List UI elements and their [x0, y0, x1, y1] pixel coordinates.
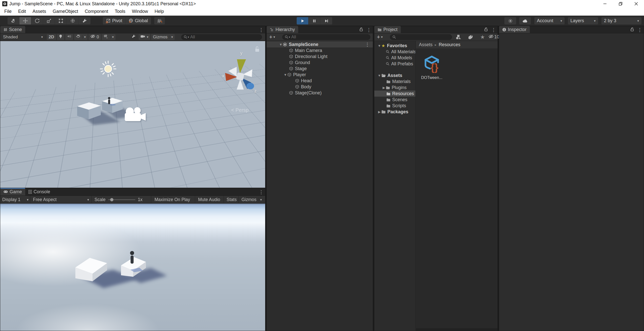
hierarchy-item[interactable]: Stage(Clone): [267, 90, 373, 96]
menu-tools[interactable]: Tools: [111, 8, 129, 15]
search-by-type-icon[interactable]: [455, 34, 462, 41]
scene-effects-dropdown[interactable]: ▾: [74, 34, 88, 40]
breadcrumb-root[interactable]: Assets: [419, 42, 433, 47]
minimize-button[interactable]: [597, 0, 613, 8]
menu-component[interactable]: Component: [81, 8, 111, 15]
step-button[interactable]: [320, 17, 332, 24]
foldout-arrow-icon[interactable]: ▼: [377, 44, 381, 48]
hand-tool-button[interactable]: [8, 17, 19, 24]
foldout-arrow-icon[interactable]: ▼: [283, 73, 287, 77]
axis-y-label[interactable]: y: [240, 51, 242, 56]
unlock-icon[interactable]: [630, 27, 634, 32]
scale-tool-button[interactable]: [43, 17, 55, 24]
menu-file[interactable]: File: [1, 8, 15, 15]
hierarchy-item[interactable]: Main Camera: [267, 47, 373, 53]
custom-tool-button[interactable]: [79, 17, 90, 24]
layout-dropdown[interactable]: 2 by 3▾: [601, 17, 641, 24]
project-tree-packages[interactable]: ▶Packages: [374, 109, 415, 115]
project-tree-item[interactable]: All Materials: [374, 49, 415, 55]
unity-cloud-icon[interactable]: [519, 17, 531, 24]
chevron-down-icon[interactable]: ▾: [381, 35, 383, 39]
axis-x-label[interactable]: x: [222, 73, 224, 79]
menu-edit[interactable]: Edit: [15, 8, 29, 15]
game-viewport[interactable]: [0, 204, 265, 331]
scene-grid-dropdown[interactable]: y ▾: [102, 34, 116, 40]
tab-game[interactable]: Game: [0, 188, 25, 196]
scene-menu-icon[interactable]: ⋮: [259, 27, 264, 32]
hierarchy-item[interactable]: Directional Light: [267, 53, 373, 60]
foldout-arrow-icon[interactable]: ▶: [382, 86, 386, 90]
game-gizmos-dropdown[interactable]: Gizmos▾: [241, 196, 262, 203]
hierarchy-search[interactable]: ▾: [282, 34, 370, 40]
tab-scene[interactable]: Scene: [0, 26, 25, 33]
scene-camera-dropdown[interactable]: ▾: [139, 34, 150, 40]
tab-hierarchy[interactable]: Hierarchy: [267, 26, 298, 33]
scale-slider[interactable]: [108, 199, 135, 200]
background-tasks-icon[interactable]: [504, 17, 516, 24]
restore-button[interactable]: [613, 0, 628, 8]
global-toggle-button[interactable]: Global: [126, 17, 151, 24]
menu-window[interactable]: Window: [129, 8, 151, 15]
project-tree-item[interactable]: ▶Plugins: [374, 85, 415, 91]
account-dropdown[interactable]: Account▾: [534, 17, 565, 24]
scene-audio-toggle[interactable]: [65, 34, 73, 40]
hierarchy-menu-icon[interactable]: ⋮: [366, 27, 371, 32]
maximize-on-play-button[interactable]: Maximize On Play: [155, 196, 190, 203]
tab-console[interactable]: Console: [25, 188, 53, 196]
project-tree-item[interactable]: Scripts: [374, 103, 415, 109]
perspective-label[interactable]: < Persp: [231, 107, 249, 113]
move-tool-button[interactable]: [19, 17, 31, 24]
project-tree-item[interactable]: All Prefabs: [374, 61, 415, 67]
project-search-input[interactable]: [397, 35, 449, 40]
project-tree-favorites[interactable]: ▼★Favorites: [374, 43, 415, 49]
menu-help[interactable]: Help: [151, 8, 167, 15]
search-by-label-icon[interactable]: [468, 35, 473, 41]
menu-gameobject[interactable]: GameObject: [49, 8, 81, 15]
unlock-icon[interactable]: [484, 27, 488, 32]
menu-assets[interactable]: Assets: [29, 8, 49, 15]
project-tree-assets[interactable]: ▼Assets: [374, 72, 415, 78]
tab-project[interactable]: Project: [374, 26, 401, 33]
hierarchy-item[interactable]: Stage: [267, 66, 373, 72]
rotate-tool-button[interactable]: [31, 17, 43, 24]
hierarchy-item[interactable]: Head: [267, 78, 373, 84]
create-object-button[interactable]: +: [269, 34, 272, 40]
stats-button[interactable]: Stats: [227, 196, 237, 203]
scene-viewport[interactable]: y x z < Persp: [0, 41, 265, 188]
project-tree-item[interactable]: Materials: [374, 78, 415, 85]
hierarchy-item[interactable]: Ground: [267, 60, 373, 66]
axis-z-label[interactable]: z: [254, 89, 257, 94]
scene-visibility-toggle[interactable]: 0: [88, 34, 101, 40]
foldout-arrow-icon[interactable]: ▼: [377, 74, 381, 77]
scene-tools-toggle[interactable]: [130, 34, 138, 40]
play-button[interactable]: [297, 17, 309, 24]
close-button[interactable]: [628, 0, 644, 8]
scale-slider-knob[interactable]: [110, 198, 113, 201]
hierarchy-item[interactable]: ▼Player: [267, 72, 373, 78]
game-menu-icon[interactable]: ⋮: [259, 190, 264, 195]
pivot-toggle-button[interactable]: Pivot: [103, 17, 126, 24]
hidden-packages-toggle[interactable]: 10: [488, 34, 499, 40]
mute-audio-button[interactable]: Mute Audio: [198, 196, 220, 203]
foldout-arrow-icon[interactable]: ▶: [377, 110, 381, 114]
scene-search-input[interactable]: [190, 35, 259, 40]
rect-tool-button[interactable]: [55, 17, 67, 24]
chevron-down-icon[interactable]: ▾: [273, 35, 275, 39]
display-dropdown[interactable]: Display 1▾: [2, 196, 28, 203]
create-asset-button[interactable]: +: [377, 34, 380, 40]
save-search-star-icon[interactable]: ★: [480, 34, 485, 40]
layers-dropdown[interactable]: Layers▾: [568, 17, 598, 24]
scene-gizmos-dropdown[interactable]: Gizmos ▾: [151, 34, 175, 40]
project-tree-item[interactable]: All Models: [374, 55, 415, 61]
hierarchy-item-scene[interactable]: ▼ SampleScene ⋮: [267, 41, 373, 47]
pause-button[interactable]: [309, 17, 320, 24]
hierarchy-item[interactable]: Body: [267, 84, 373, 90]
scene-2d-toggle[interactable]: 2D: [47, 34, 56, 40]
tab-inspector[interactable]: Inspector: [499, 26, 530, 33]
scene-lighting-toggle[interactable]: [57, 34, 64, 40]
scene-options-icon[interactable]: ⋮: [365, 42, 370, 47]
foldout-arrow-icon[interactable]: ▼: [279, 43, 283, 46]
grid-snap-button[interactable]: [154, 17, 165, 24]
breadcrumb-current[interactable]: Resources: [439, 42, 461, 47]
project-tree-item-selected[interactable]: Resources: [374, 91, 415, 97]
